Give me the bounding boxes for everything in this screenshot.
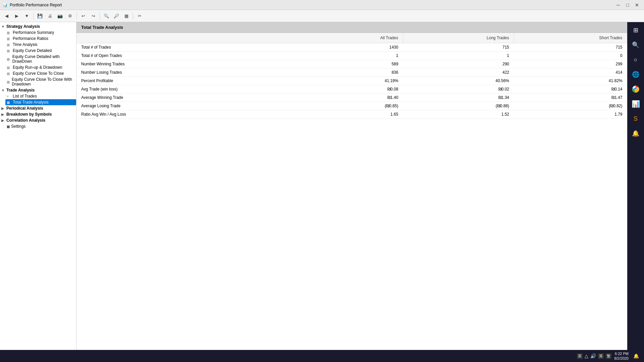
tree-group-trade: ▼ Trade Analysis ≡ List of Trades ▦ Tota… bbox=[0, 87, 76, 105]
search-icon[interactable]: 🔍 bbox=[629, 38, 642, 52]
sidebar-item-equity-curve-drawdown[interactable]: ▦ Equity Curve Detailed with DrawDown bbox=[5, 54, 76, 64]
app-icon: 📊 bbox=[3, 3, 8, 7]
page-title: Total Trade Analysis bbox=[76, 22, 627, 33]
trade-children: ≡ List of Trades ▦ Total Trade Analysis bbox=[0, 93, 76, 105]
print-button[interactable]: 🖨 bbox=[45, 12, 55, 20]
row-long-trades: 1.52 bbox=[403, 110, 514, 119]
sidebar-item-equity-close-drawdown[interactable]: ▦ Equity Curve Close To Close With Drawd… bbox=[5, 76, 76, 87]
toolbar-separator-1 bbox=[33, 13, 34, 19]
row-label: Average Winning Trade bbox=[76, 94, 308, 102]
sidebar-item-equity-runup[interactable]: ▦ Equity Run-up & Drawdown bbox=[5, 64, 76, 70]
title-bar: 📊 Portfolio Performance Report ─ □ ✕ bbox=[0, 0, 644, 10]
table-row: Percent Profitable41.19%40.56%41.82% bbox=[76, 77, 627, 85]
sidebar-item-label: Equity Run-up & Drawdown bbox=[13, 65, 62, 70]
chart-icon-2: ▦ bbox=[7, 57, 11, 61]
row-long-trades: 1 bbox=[403, 52, 514, 60]
row-short-trades: (₪0.82) bbox=[514, 102, 627, 110]
windows-icon[interactable]: ⊞ bbox=[629, 23, 642, 37]
taskbar-date-display: 8/2/2020 bbox=[614, 356, 629, 361]
row-short-trades: 41.82% bbox=[514, 77, 627, 85]
sidebar-group-settings[interactable]: ▦ Settings bbox=[0, 123, 76, 129]
sidebar-group-trade[interactable]: ▼ Trade Analysis bbox=[0, 87, 76, 93]
row-all-trades: 41.19% bbox=[308, 77, 403, 85]
tree-group-breakdown: ▶ Breakdown by Symbols bbox=[0, 111, 76, 117]
taskbar-caret: △ bbox=[585, 353, 588, 359]
sidebar-item-total-trade-analysis[interactable]: ▦ Total Trade Analysis bbox=[5, 99, 76, 105]
sidebar-group-strategy-label: Strategy Analysis bbox=[6, 24, 40, 29]
row-label: Number Losing Trades bbox=[76, 68, 308, 77]
sidebar-item-time-analysis[interactable]: ▦ Time Analysis bbox=[5, 42, 76, 48]
sidebar-item-performance-summary[interactable]: ▦ Performance Summary bbox=[5, 29, 76, 36]
taskbar: 英 △ 🔊 英 繁 6:22 PM 8/2/2020 🔔 bbox=[0, 350, 644, 362]
content-pane: Total Trade Analysis All Trades Long Tra… bbox=[76, 22, 627, 350]
toolbar-separator-4 bbox=[133, 13, 133, 19]
forward-button[interactable]: ▶ bbox=[12, 12, 21, 20]
redo-button[interactable]: ↪ bbox=[89, 12, 98, 20]
back-button[interactable]: ◀ bbox=[2, 12, 11, 20]
window-title: Portfolio Performance Report bbox=[10, 3, 62, 7]
notification-icon[interactable]: 🔔 bbox=[629, 127, 642, 140]
taskbar-lang-s[interactable]: 繁 bbox=[606, 353, 611, 359]
sidebar-item-equity-close[interactable]: ▦ Equity Curve Close To Close bbox=[5, 70, 76, 76]
strategy-children: ▦ Performance Summary ▦ Performance Rati… bbox=[0, 29, 76, 87]
maximize-button[interactable]: □ bbox=[623, 2, 632, 8]
table-row: Number Losing Trades836422414 bbox=[76, 68, 627, 77]
screenshot-button[interactable]: 📷 bbox=[55, 12, 65, 20]
settings-button[interactable]: ⚙ bbox=[65, 12, 75, 20]
row-label: Number Winning Trades bbox=[76, 60, 308, 68]
taskbar-notification-button[interactable]: 🔔 bbox=[631, 351, 641, 361]
table-icon-2: ▦ bbox=[7, 37, 11, 41]
collapse-icon-trade: ▼ bbox=[1, 88, 5, 92]
title-bar-controls: ─ □ ✕ bbox=[614, 2, 641, 8]
undo-button[interactable]: ↩ bbox=[78, 12, 88, 20]
col-header-all-trades: All Trades bbox=[308, 33, 403, 43]
row-short-trades: 1.79 bbox=[514, 110, 627, 119]
row-long-trades: ₪1.34 bbox=[403, 94, 514, 102]
row-all-trades: 1430 bbox=[308, 43, 403, 52]
taskbar-lang-en[interactable]: 英 bbox=[577, 353, 583, 359]
dropdown-button[interactable]: ▼ bbox=[22, 12, 32, 20]
row-all-trades: 1 bbox=[308, 52, 403, 60]
sidebar-item-list-of-trades[interactable]: ≡ List of Trades bbox=[5, 93, 76, 99]
sidebar-group-correlation[interactable]: ▶ Correlation Analysis bbox=[0, 117, 76, 123]
row-long-trades: 40.56% bbox=[403, 77, 514, 85]
sidebar-item-performance-ratios[interactable]: ▦ Performance Ratios bbox=[5, 36, 76, 42]
table-row: Number Winning Trades589290299 bbox=[76, 60, 627, 68]
close-button[interactable]: ✕ bbox=[633, 2, 641, 8]
table-row: Total # of Trades1430715715 bbox=[76, 43, 627, 52]
data-table-wrapper: All Trades Long Trades Short Trades Tota… bbox=[76, 33, 627, 119]
row-short-trades: ₪1.47 bbox=[514, 94, 627, 102]
tree-group-strategy: ▼ Strategy Analysis ▦ Performance Summar… bbox=[0, 23, 76, 87]
edge-icon[interactable]: 🌐 bbox=[629, 68, 642, 81]
app-icon-1[interactable]: 📊 bbox=[629, 97, 642, 111]
row-all-trades: ₪1.40 bbox=[308, 94, 403, 102]
table-row: Ratio Avg Win / Avg Loss1.651.521.79 bbox=[76, 110, 627, 119]
save-button[interactable]: 💾 bbox=[35, 12, 45, 20]
taskbar-lang-en2[interactable]: 英 bbox=[598, 353, 604, 359]
row-label: Total # of Open Trades bbox=[76, 52, 308, 60]
row-label: Ratio Avg Win / Avg Loss bbox=[76, 110, 308, 119]
tree-group-correlation: ▶ Correlation Analysis bbox=[0, 117, 76, 123]
sidebar-item-label: Equity Curve Close To Close With Drawdow… bbox=[12, 77, 75, 86]
zoom-out-button[interactable]: 🔍 bbox=[102, 12, 111, 20]
toolbar: ◀ ▶ ▼ 💾 🖨 📷 ⚙ ↩ ↪ 🔍 🔎 ▦ ✂ bbox=[0, 10, 644, 22]
list-icon: ≡ bbox=[7, 95, 11, 98]
sidebar-group-periodical[interactable]: ▶ Periodical Analysis bbox=[0, 105, 76, 111]
sidebar-group-strategy[interactable]: ▼ Strategy Analysis bbox=[0, 23, 76, 29]
taskbar-volume-icon[interactable]: 🔊 bbox=[590, 353, 596, 359]
fit-button[interactable]: ▦ bbox=[122, 12, 131, 20]
toolbar-separator-2 bbox=[76, 13, 77, 19]
row-all-trades: ₪0.08 bbox=[308, 85, 403, 94]
minimize-button[interactable]: ─ bbox=[614, 2, 623, 8]
app-icon-2[interactable]: S bbox=[629, 112, 642, 125]
sidebar-item-label: Equity Curve Detailed bbox=[13, 48, 52, 53]
zoom-in-button[interactable]: 🔎 bbox=[112, 12, 121, 20]
sidebar-group-correlation-label: Correlation Analysis bbox=[6, 118, 45, 123]
sidebar-item-equity-curve-detailed[interactable]: ▦ Equity Curve Detailed bbox=[5, 48, 76, 54]
row-label: Percent Profitable bbox=[76, 77, 308, 85]
sidebar-group-breakdown[interactable]: ▶ Breakdown by Symbols bbox=[0, 111, 76, 117]
row-long-trades: (₪0.88) bbox=[403, 102, 514, 110]
cortana-icon[interactable]: ○ bbox=[629, 53, 642, 66]
chrome-icon[interactable] bbox=[629, 82, 642, 96]
cut-button[interactable]: ✂ bbox=[135, 12, 144, 20]
